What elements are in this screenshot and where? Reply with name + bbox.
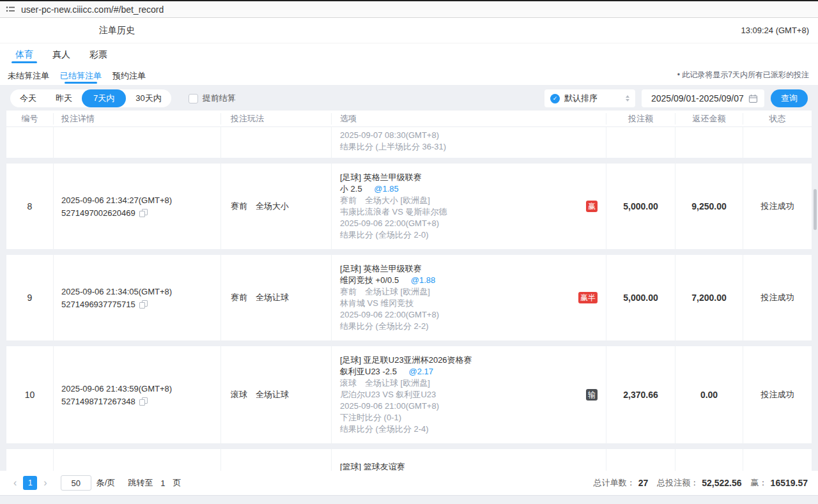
tab-sports[interactable]: 体育 [15, 43, 33, 65]
sort-select[interactable]: ✓ 默认排序 [544, 89, 635, 107]
sort-selected-value: 默认排序 [564, 93, 621, 104]
bet-status: 投注成功 [743, 255, 812, 340]
option-line: 结果比分 (上半场比分 36-31) [340, 141, 606, 153]
bet-detail-cell: 2025-09-06 21:34:27(GMT+8) 5271497002620… [53, 164, 220, 249]
page-unit-label: 页 [173, 477, 181, 489]
stake-amount: 2,370.66 [606, 346, 675, 443]
tab-lottery[interactable]: 彩票 [89, 43, 107, 65]
bet-odds: @2.17 [409, 367, 434, 376]
early-settle-label: 提前结算 [203, 93, 236, 104]
bet-odds: @1.88 [411, 275, 436, 285]
query-button[interactable]: 查询 [771, 89, 808, 107]
date-quick-filters: 今天 昨天 7天内 30天内 [10, 89, 171, 107]
row-divider [6, 249, 812, 255]
pagination-footer: ‹ 1 › 条/页 跳转至 1 页 总计单数： 27 总投注额： 52,522.… [0, 471, 818, 495]
header-id: 编号 [6, 113, 53, 125]
early-settle-checkbox-wrap[interactable]: 提前结算 [189, 93, 236, 104]
payout-amount: 9,250.00 [675, 164, 743, 249]
bet-status: 投注成功 [743, 346, 812, 443]
option-line: 2025-09-06 21:00(GMT+8) [340, 401, 606, 412]
bet-id: 8 [6, 164, 53, 249]
reader-list-icon[interactable] [6, 4, 15, 14]
header-status: 状态 [743, 113, 812, 125]
stake-amount: 5,000.00 [606, 164, 675, 249]
total-count-value: 27 [638, 478, 649, 488]
bet-play: 赛前 全场让球 [220, 255, 331, 340]
league-name: [足球] 英格兰甲级联赛 [340, 172, 606, 183]
option-line: 结果比分 (全场比分 2-2) [340, 321, 606, 332]
bet-pick: 叙利亚U23 -2.5 [340, 367, 397, 376]
filter-yesterday[interactable]: 昨天 [46, 89, 82, 107]
tab-live[interactable]: 真人 [52, 43, 70, 65]
option-line: 2025-09-07 08:30(GMT+8) [340, 130, 606, 141]
header-payout: 返还金额 [675, 113, 743, 125]
current-time: 13:09:24 (GMT+8) [741, 26, 809, 35]
filter-30days[interactable]: 30天内 [126, 89, 171, 107]
total-count-label: 总计单数： [594, 477, 635, 489]
filter-today[interactable]: 今天 [10, 89, 46, 107]
payout-amount: 0.00 [675, 346, 743, 443]
option-line: 结果比分 (全场比分 2-4) [340, 424, 606, 435]
table-header-row: 编号 投注详情 投注玩法 选项 投注额 返还金额 状态 [6, 111, 812, 127]
copy-icon[interactable] [139, 397, 147, 406]
option-line: 林肯城 VS 维冈竞技 [340, 298, 606, 309]
total-win-value: 16519.57 [771, 478, 808, 488]
page-title: 注单历史 [99, 25, 135, 36]
page-header: 注单历史 13:09:24 (GMT+8) [0, 18, 818, 43]
calendar-icon[interactable] [748, 94, 758, 103]
jump-to-label: 跳转至 [128, 477, 153, 489]
option-line: 赛前 全场让球 [欧洲盘] [340, 286, 606, 298]
chevron-right-icon[interactable]: › [40, 478, 50, 488]
option-line: 尼泊尔U23 VS 叙利亚U23 [340, 389, 606, 401]
totals-summary: 总计单数： 27 总投注额： 52,522.56 赢： 16519.57 [594, 477, 808, 489]
copy-icon[interactable] [139, 300, 147, 309]
date-range-value: 2025/09/01-2025/09/07 [651, 93, 748, 103]
league-name: [足球] 亚足联U23亚洲杯2026资格赛 [340, 355, 606, 366]
row-divider [6, 340, 812, 346]
page-size-input[interactable] [61, 475, 91, 491]
bet-record-table: 编号 投注详情 投注玩法 选项 投注额 返还金额 状态 2025-09-07 0… [6, 111, 812, 471]
checkbox-icon[interactable] [189, 94, 198, 103]
option-line: 赛前 全场大小 [欧洲盘] [340, 195, 606, 206]
league-name: [篮球] 篮球友谊赛 [340, 461, 606, 471]
stake-amount: 5,000.00 [606, 255, 675, 340]
total-stake-value: 52,522.56 [702, 478, 741, 488]
result-badge-lose: 输 [586, 389, 598, 401]
chevron-left-icon[interactable]: ‹ [10, 478, 20, 488]
option-line: 滚球 全场让球 [欧洲盘] [340, 378, 606, 389]
bet-time: 2025-09-06 21:34:05(GMT+8) [61, 287, 220, 296]
scrollbar-thumb[interactable] [814, 189, 817, 230]
subtab-settled[interactable]: 已结算注单 [60, 65, 102, 85]
bet-id: 10 [6, 346, 53, 443]
header-play: 投注玩法 [220, 113, 331, 125]
subtab-unsettled[interactable]: 未结算注单 [8, 65, 49, 85]
url-text[interactable]: user-pc-new.ciiicc.com/#/bet_record [21, 4, 164, 15]
table-row: 8 2025-09-06 21:34:27(GMT+8) 52714970026… [6, 164, 812, 249]
bet-pick: 维冈竞技 +0/0.5 [340, 275, 399, 285]
jump-page-value[interactable]: 1 [160, 478, 165, 488]
row-divider [6, 158, 812, 164]
copy-icon[interactable] [139, 209, 147, 217]
browser-url-bar: user-pc-new.ciiicc.com/#/bet_record [0, 1, 818, 18]
bet-play: 滚球 全场让球 [220, 346, 331, 443]
bet-detail-cell: 2025-09-06 21:34:05(GMT+8) 5271496937775… [53, 255, 220, 340]
category-tabs: 体育 真人 彩票 [0, 43, 818, 65]
filter-7days[interactable]: 7天内 [82, 89, 126, 107]
filter-toolbar: 今天 昨天 7天内 30天内 提前结算 ✓ 默认排序 2025/09/01-20… [0, 85, 818, 111]
total-win-label: 赢： [751, 477, 768, 489]
result-badge-half-win: 赢半 [578, 292, 598, 303]
bet-odds: @1.85 [374, 184, 399, 194]
bet-play: 赛前 全场大小 [220, 164, 331, 249]
row-divider [6, 443, 812, 449]
sort-arrows-icon [626, 95, 629, 102]
status-subtabs: 未结算注单 已结算注单 预约注单 • 此记录将显示7天内所有已派彩的投注 [0, 65, 818, 85]
header-detail: 投注详情 [53, 113, 220, 125]
result-badge-win: 赢 [586, 201, 598, 212]
bet-detail-cell: 2025-09-06 21:43:59(GMT+8) 5271498717267… [53, 346, 220, 443]
date-range-input[interactable]: 2025/09/01-2025/09/07 [642, 89, 764, 107]
page-number-button[interactable]: 1 [23, 476, 37, 490]
per-page-label: 条/页 [96, 477, 116, 489]
table-row-partial-top: 2025-09-07 08:30(GMT+8) 结果比分 (上半场比分 36-3… [6, 127, 812, 158]
table-row: 10 2025-09-06 21:43:59(GMT+8) 5271498717… [6, 346, 812, 443]
subtab-reserved[interactable]: 预约注单 [112, 65, 146, 85]
